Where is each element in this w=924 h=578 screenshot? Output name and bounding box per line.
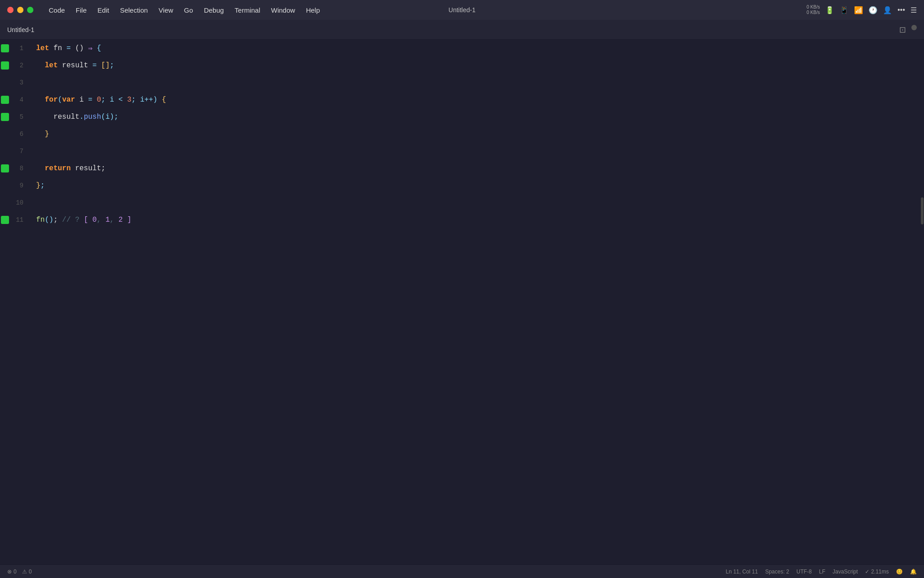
token-ident: result;	[71, 164, 106, 172]
token-punct: ;	[110, 61, 114, 70]
error-count[interactable]: ⊗ 0	[7, 569, 17, 575]
token-ident: fn	[49, 44, 66, 52]
token-punct: (i);	[101, 113, 118, 121]
code-line-6: }	[27, 126, 924, 143]
line-num-label-2: 2	[20, 62, 23, 69]
tab-label[interactable]: Untitled-1	[7, 26, 899, 33]
token-ident: i	[75, 96, 88, 104]
split-editor-icon[interactable]: ⊡	[899, 25, 906, 35]
tabbar-actions: ⊡	[899, 25, 917, 35]
line-number-7: 7	[0, 143, 27, 160]
scrollbar-thumb[interactable]	[921, 197, 924, 224]
line-number-4: 4	[0, 91, 27, 108]
line-number-5: 5	[0, 108, 27, 126]
token-kw-let: let	[36, 44, 49, 52]
code-line-1: let fn = () ⇒ {	[27, 40, 924, 57]
line-num-label-4: 4	[20, 96, 23, 103]
token-ident	[157, 96, 162, 104]
list-icon: ☰	[910, 6, 917, 14]
menu-go[interactable]: Go	[180, 5, 198, 15]
token-comment: ,	[97, 216, 105, 224]
breakpoint-2[interactable]	[1, 61, 9, 70]
warning-count[interactable]: ⚠ 0	[22, 569, 32, 575]
notification-icon: 🔔	[910, 569, 917, 575]
token-bracket: }	[45, 130, 49, 138]
token-bracket: [	[101, 61, 106, 70]
code-line-2: let result = [];	[27, 57, 924, 74]
phone-icon: 📱	[840, 6, 849, 14]
cursor-position[interactable]: Ln 11, Col 11	[726, 569, 758, 575]
line-number-2: 2	[0, 57, 27, 74]
emoji-icon: 😊	[896, 569, 903, 575]
code-line-9: };	[27, 177, 924, 194]
indentation[interactable]: Spaces: 2	[765, 569, 789, 575]
token-kw-var: var	[62, 96, 75, 104]
language-mode[interactable]: JavaScript	[832, 569, 858, 575]
tabbar: Untitled-1 ⊡	[0, 20, 924, 40]
token-indent	[36, 164, 45, 172]
battery-icon: 🔋	[825, 6, 834, 14]
code-line-3	[27, 74, 924, 91]
menu-bar: Code File Edit Selection View Go Debug T…	[42, 5, 324, 15]
titlebar-right: 0 KB/s 0 KB/s 🔋 📱 📶 🕐 👤 ••• ☰	[807, 5, 917, 15]
menu-debug[interactable]: Debug	[199, 5, 228, 15]
encoding[interactable]: UTF-8	[796, 569, 812, 575]
token-punct: )	[153, 96, 157, 104]
token-comment-num: 1	[106, 216, 110, 224]
token-punct: {	[92, 44, 101, 52]
maximize-button[interactable]	[27, 7, 33, 13]
breakpoint-8[interactable]	[1, 164, 9, 172]
breakpoint-5[interactable]	[1, 113, 9, 121]
line-num-label-9: 9	[20, 182, 23, 189]
line-number-1: 1	[0, 40, 27, 57]
code-editor[interactable]: let fn = () ⇒ { let result = []; for(var…	[27, 40, 924, 564]
line-num-label-11: 11	[16, 216, 23, 224]
code-line-11: fn(); // ? [ 0, 1, 2 ]	[27, 211, 924, 228]
token-kw-let: let	[45, 61, 58, 70]
token-method: push	[84, 113, 101, 121]
menu-edit[interactable]: Edit	[93, 5, 114, 15]
menu-help[interactable]: Help	[301, 5, 324, 15]
code-line-5: result.push(i);	[27, 108, 924, 126]
wifi-icon: 📶	[854, 6, 863, 14]
token-comment-num: 0	[92, 216, 97, 224]
code-line-7	[27, 143, 924, 160]
code-line-8: return result;	[27, 160, 924, 177]
token-num: 0	[97, 96, 101, 104]
menu-window[interactable]: Window	[267, 5, 300, 15]
token-punct: ()	[45, 216, 53, 224]
line-num-label-1: 1	[20, 45, 23, 52]
breakpoint-1[interactable]	[1, 44, 9, 52]
code-line-10	[27, 194, 924, 211]
token-comment-bracket: [	[84, 216, 92, 224]
minimize-button[interactable]	[17, 7, 23, 13]
token-ident: ()	[71, 44, 88, 52]
menu-terminal[interactable]: Terminal	[230, 5, 265, 15]
line-ending[interactable]: LF	[819, 569, 825, 575]
breakpoint-4[interactable]	[1, 96, 9, 104]
close-button[interactable]	[7, 7, 14, 13]
token-ident: result	[53, 113, 79, 121]
menu-view[interactable]: View	[154, 5, 178, 15]
menu-selection[interactable]: Selection	[116, 5, 152, 15]
token-bracket: }	[36, 182, 41, 190]
breakpoint-11[interactable]	[1, 216, 9, 224]
warning-number: 0	[29, 569, 32, 575]
token-op: <	[118, 96, 123, 104]
menu-file[interactable]: File	[71, 5, 91, 15]
titlebar-left: Code File Edit Selection View Go Debug T…	[7, 5, 807, 15]
menu-code[interactable]: Code	[44, 5, 69, 15]
token-num: 3	[127, 96, 132, 104]
token-ident: result	[58, 61, 92, 70]
token-indent	[36, 130, 45, 138]
line-num-label-3: 3	[20, 79, 23, 86]
token-punct: ;	[41, 182, 45, 190]
scrollbar-track[interactable]	[919, 40, 924, 564]
statusbar-left: ⊗ 0 ⚠ 0	[7, 569, 726, 575]
token-ident: ;	[53, 216, 62, 224]
token-punct: .	[79, 113, 84, 121]
token-ident	[92, 96, 97, 104]
token-indent	[36, 61, 45, 70]
token-comment-bracket: ]	[123, 216, 131, 224]
token-punct: ; i	[101, 96, 118, 104]
